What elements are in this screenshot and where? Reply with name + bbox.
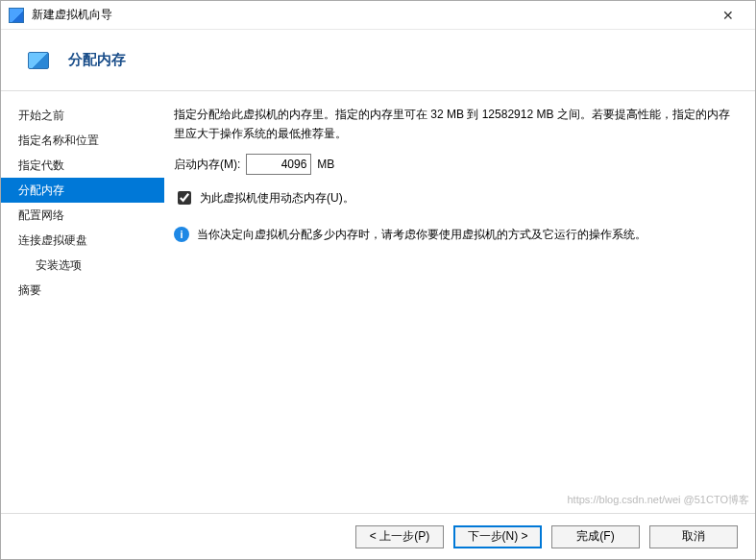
dynamic-memory-row[interactable]: 为此虚拟机使用动态内存(U)。 (174, 188, 734, 207)
nav-install-options[interactable]: 安装选项 (1, 253, 164, 278)
app-icon (9, 8, 24, 23)
description-text: 指定分配给此虚拟机的内存里。指定的内存里可在 32 MB 到 12582912 … (174, 105, 734, 144)
nav-configure-network[interactable]: 配置网络 (1, 203, 164, 228)
finish-button[interactable]: 完成(F) (551, 525, 640, 548)
close-button[interactable]: ✕ (709, 2, 747, 29)
vm-icon (28, 52, 49, 69)
window-title: 新建虚拟机向导 (32, 7, 112, 23)
memory-unit: MB (317, 155, 334, 174)
nav-before-you-begin[interactable]: 开始之前 (1, 103, 164, 128)
info-row: i 当你决定向虚拟机分配多少内存时，请考虑你要使用虚拟机的方式及它运行的操作系统… (174, 225, 734, 244)
dynamic-memory-label: 为此虚拟机使用动态内存(U)。 (200, 188, 354, 207)
dynamic-memory-checkbox[interactable] (178, 191, 191, 205)
nav-specify-name[interactable]: 指定名称和位置 (1, 128, 164, 153)
nav-connect-vhd[interactable]: 连接虚拟硬盘 (1, 228, 164, 253)
page-header: 分配内存 (1, 30, 755, 91)
titlebar: 新建虚拟机向导 ✕ (1, 1, 755, 30)
page-title: 分配内存 (68, 51, 126, 69)
memory-label: 启动内存(M): (174, 155, 240, 174)
info-text: 当你决定向虚拟机分配多少内存时，请考虑你要使用虚拟机的方式及它运行的操作系统。 (197, 225, 646, 244)
next-button[interactable]: 下一步(N) > (453, 525, 542, 548)
body: 开始之前 指定名称和位置 指定代数 分配内存 配置网络 连接虚拟硬盘 安装选项 … (1, 91, 755, 513)
nav-assign-memory[interactable]: 分配内存 (1, 178, 164, 203)
nav-specify-generation[interactable]: 指定代数 (1, 153, 164, 178)
prev-button[interactable]: < 上一步(P) (355, 525, 444, 548)
memory-input[interactable] (246, 154, 311, 175)
nav-summary[interactable]: 摘要 (1, 278, 164, 303)
cancel-button[interactable]: 取消 (649, 525, 738, 548)
wizard-window: 新建虚拟机向导 ✕ 分配内存 开始之前 指定名称和位置 指定代数 分配内存 配置… (0, 0, 756, 560)
close-icon: ✕ (722, 8, 734, 23)
content-area: 指定分配给此虚拟机的内存里。指定的内存里可在 32 MB 到 12582912 … (164, 91, 755, 513)
memory-row: 启动内存(M): MB (174, 154, 734, 175)
footer: < 上一步(P) 下一步(N) > 完成(F) 取消 (1, 513, 755, 559)
nav-sidebar: 开始之前 指定名称和位置 指定代数 分配内存 配置网络 连接虚拟硬盘 安装选项 … (1, 91, 164, 513)
info-icon: i (174, 227, 189, 242)
